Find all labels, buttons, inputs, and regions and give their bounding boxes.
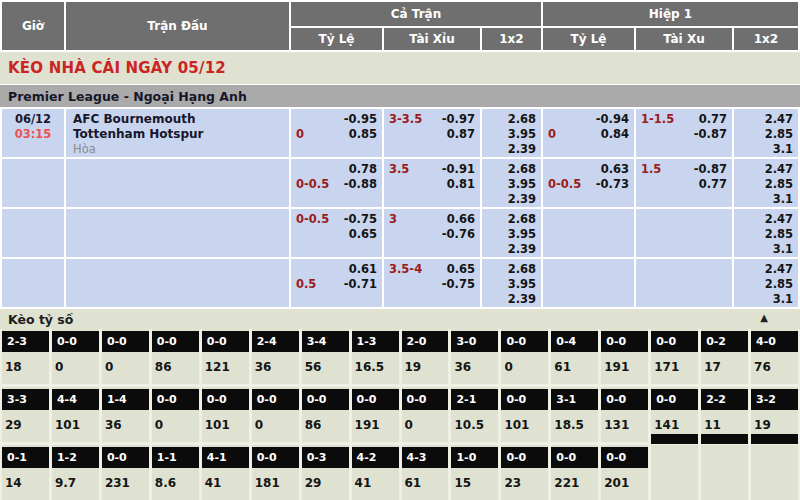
score-cell[interactable] <box>701 445 748 500</box>
score-cell[interactable]: 1-4 36 <box>102 387 149 442</box>
score-cell[interactable]: 0-0 86 <box>152 329 199 384</box>
score-cell[interactable]: 2-1 10.5 <box>451 387 498 442</box>
score-cell[interactable]: 0-0 0 <box>52 329 99 384</box>
score-odds-value <box>701 444 748 452</box>
odds-cell-ft-handicap[interactable]: 0.61 0.5-0.71 <box>291 259 382 307</box>
score-cell[interactable]: 1-0 15 <box>451 445 498 500</box>
odds-cell-ft-overunder[interactable]: 30.66 -0.76 <box>384 209 480 257</box>
score-odds-value <box>751 444 798 452</box>
collapse-icon[interactable]: ▲ <box>760 312 768 323</box>
odds-cell-ft-overunder[interactable]: 3.5-0.91 0.81 <box>384 159 480 207</box>
score-cell[interactable]: 1-1 8.6 <box>152 445 199 500</box>
score-label: 2-4 <box>252 331 299 352</box>
score-cell[interactable]: 0-0 121 <box>202 329 249 384</box>
score-cell[interactable]: 0-0 191 <box>601 329 648 384</box>
odds-cell-ft-handicap[interactable]: 0-0.5-0.75 0.65 <box>291 209 382 257</box>
odds-cell-h1-1x2[interactable]: 2.47 2.85 3.1 <box>734 109 798 157</box>
score-cell[interactable]: 0-0 131 <box>601 387 648 442</box>
score-odds-value: 61 <box>402 468 449 490</box>
score-cell[interactable]: 0-0 86 <box>302 387 349 442</box>
odds-cell-ft-handicap[interactable]: 0.78 0-0.5-0.88 <box>291 159 382 207</box>
score-cell[interactable]: 0-0 171 <box>651 329 698 384</box>
odds-cell-h1-handicap[interactable] <box>543 259 634 307</box>
page-title: KÈO NHÀ CÁI NGÀY 05/12 <box>0 52 800 84</box>
subheader-ft-ty-le: Tỷ Lệ <box>291 28 382 50</box>
odds-cell-ft-overunder[interactable]: 3.5-40.65 -0.75 <box>384 259 480 307</box>
score-section-header[interactable]: Kèo tỷ số ▲ <box>0 309 800 329</box>
score-cell[interactable]: 0-0 0 <box>102 329 149 384</box>
score-cell[interactable] <box>651 445 698 500</box>
odds-cell-h1-1x2[interactable]: 2.47 2.85 3.1 <box>734 159 798 207</box>
score-cell[interactable]: 3-4 56 <box>302 329 349 384</box>
odds-cell-ft-1x2[interactable]: 2.68 3.95 2.39 <box>482 109 541 157</box>
odds-cell-h1-handicap[interactable]: -0.94 00.84 <box>543 109 634 157</box>
match-cell[interactable] <box>66 259 289 307</box>
score-cell[interactable]: 4-4 101 <box>52 387 99 442</box>
odds-cell-h1-overunder[interactable] <box>636 209 732 257</box>
score-odds-value: 86 <box>152 352 199 374</box>
score-cell[interactable]: 4-1 41 <box>202 445 249 500</box>
odds-cell-h1-handicap[interactable] <box>543 209 634 257</box>
score-cell[interactable]: 0-1 14 <box>2 445 49 500</box>
match-cell[interactable] <box>66 209 289 257</box>
score-cell[interactable]: 0-0 181 <box>252 445 299 500</box>
odds-cell-h1-handicap[interactable]: 0.63 0-0.5-0.73 <box>543 159 634 207</box>
score-cell[interactable]: 0-0 0 <box>152 387 199 442</box>
score-cell[interactable]: 0-3 29 <box>302 445 349 500</box>
score-cell[interactable]: 3-3 29 <box>2 387 49 442</box>
score-cell[interactable]: 2-4 36 <box>252 329 299 384</box>
score-grid: 2-3 18 0-0 0 0-0 0 0-0 86 0-0 121 2-4 36… <box>0 329 800 500</box>
score-cell[interactable]: 2-3 18 <box>2 329 49 384</box>
odds-cell-h1-overunder[interactable]: 1-1.50.77 -0.87 <box>636 109 732 157</box>
score-cell[interactable]: 4-3 61 <box>402 445 449 500</box>
score-odds-value: 0 <box>402 410 449 432</box>
score-odds-value: 76 <box>751 352 798 374</box>
score-cell[interactable]: 0-0 231 <box>102 445 149 500</box>
odds-cell-ft-handicap[interactable]: -0.95 00.85 <box>291 109 382 157</box>
score-odds-value: 19 <box>751 410 798 432</box>
score-cell[interactable]: 3-0 36 <box>451 329 498 384</box>
odds-cell-ft-1x2[interactable]: 2.68 3.95 2.39 <box>482 259 541 307</box>
odds-cell-ft-overunder[interactable]: 3-3.5-0.97 0.87 <box>384 109 480 157</box>
match-cell[interactable]: AFC Bournemouth Tottenham Hotspur Hòa <box>66 109 289 157</box>
score-odds-value: 9.7 <box>52 468 99 490</box>
score-cell[interactable]: 0-0 191 <box>352 387 399 442</box>
score-cell[interactable]: 0-0 0 <box>402 387 449 442</box>
score-cell[interactable]: 0-0 23 <box>501 445 548 500</box>
score-odds-value: 15 <box>451 468 498 490</box>
score-label: 3-0 <box>451 331 498 352</box>
score-cell[interactable] <box>751 445 798 500</box>
score-label <box>651 434 698 444</box>
score-cell[interactable]: 1-3 16.5 <box>352 329 399 384</box>
odds-cell-h1-overunder[interactable] <box>636 259 732 307</box>
score-odds-value: 191 <box>352 410 399 432</box>
score-cell[interactable]: 0-0 101 <box>202 387 249 442</box>
odds-cell-ft-1x2[interactable]: 2.68 3.95 2.39 <box>482 159 541 207</box>
score-cell[interactable]: 3-1 18.5 <box>551 387 598 442</box>
score-label: 3-2 <box>751 389 798 410</box>
odds-cell-h1-1x2[interactable]: 2.47 2.85 3.1 <box>734 259 798 307</box>
score-cell[interactable]: 0-4 61 <box>551 329 598 384</box>
odds-cell-h1-overunder[interactable]: 1.5-0.87 0.77 <box>636 159 732 207</box>
score-cell[interactable]: 0-0 0 <box>252 387 299 442</box>
odds-cell-ft-1x2[interactable]: 2.68 3.95 2.39 <box>482 209 541 257</box>
score-odds-value: 19 <box>402 352 449 374</box>
score-cell[interactable]: 0-0 0 <box>501 329 548 384</box>
score-cell[interactable]: 4-2 41 <box>352 445 399 500</box>
score-label <box>751 434 798 444</box>
score-row: 0-1 14 1-2 9.7 0-0 231 1-1 8.6 4-1 41 0-… <box>0 445 800 500</box>
score-label: 4-2 <box>352 447 399 468</box>
score-cell[interactable]: 0-2 17 <box>701 329 748 384</box>
score-cell[interactable]: 0-0 221 <box>551 445 598 500</box>
score-label: 0-0 <box>302 389 349 410</box>
match-cell[interactable] <box>66 159 289 207</box>
score-cell[interactable]: 2-0 19 <box>402 329 449 384</box>
score-cell[interactable]: 0-0 101 <box>501 387 548 442</box>
score-label: 0-0 <box>252 389 299 410</box>
score-label: 3-4 <box>302 331 349 352</box>
score-cell[interactable]: 1-2 9.7 <box>52 445 99 500</box>
score-odds-value: 86 <box>302 410 349 432</box>
score-cell[interactable]: 4-0 76 <box>751 329 798 384</box>
odds-cell-h1-1x2[interactable]: 2.47 2.85 3.1 <box>734 209 798 257</box>
score-cell[interactable]: 0-0 201 <box>601 445 648 500</box>
